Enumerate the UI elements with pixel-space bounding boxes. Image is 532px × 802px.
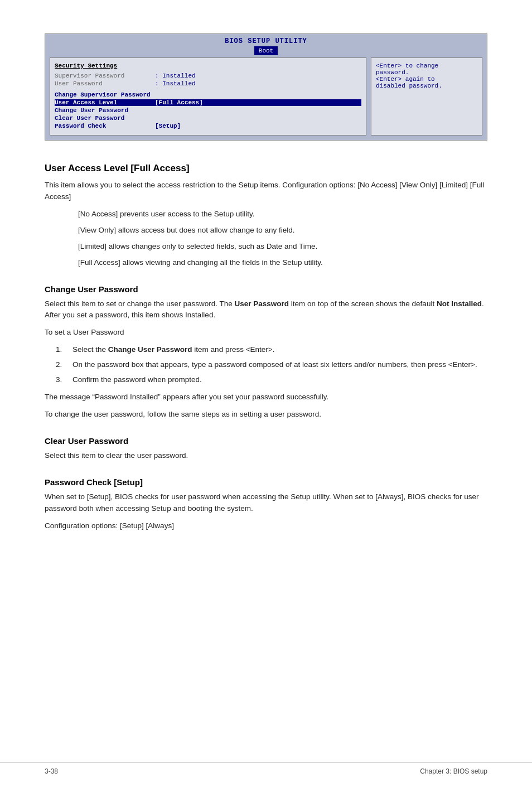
bios-main-panel: Security Settings Supervisor Password : …: [50, 57, 366, 136]
heading-user-access: User Access Level [Full Access]: [45, 163, 487, 174]
user-access-view-only: [View Only] allows access but does not a…: [45, 225, 487, 236]
password-check-para1: When set to [Setup], BIOS checks for use…: [45, 491, 487, 515]
step-3-num: 3.: [45, 374, 72, 386]
bios-sidebar-line1: <Enter> to change: [376, 62, 477, 69]
bios-title: BIOS SETUP UTILITY: [45, 34, 487, 46]
bios-tab-boot[interactable]: Boot: [254, 46, 278, 55]
bios-screenshot: BIOS SETUP UTILITY Boot Security Setting…: [45, 33, 487, 141]
heading-change-user-password: Change User Password: [45, 284, 487, 294]
section-change-user-password: Change User Password Select this item to…: [45, 284, 487, 421]
bios-sidebar-line3: <Enter> again to: [376, 76, 477, 83]
bios-userpass-row: User Password : Installed: [55, 80, 361, 87]
bios-clear-user-label: Clear User Password: [55, 115, 155, 122]
bios-password-check-label: Password Check: [55, 123, 155, 129]
page: BIOS SETUP UTILITY Boot Security Setting…: [0, 0, 532, 802]
step-2: 2. On the password box that appears, typ…: [45, 359, 487, 371]
change-user-pass-after2: To change the user password, follow the …: [45, 409, 487, 421]
password-check-para2: Configuration options: [Setup] [Always]: [45, 520, 487, 532]
bios-tabs: Boot: [45, 46, 487, 57]
user-access-limited: [Limited] allows changes only to selecte…: [45, 241, 487, 253]
change-user-pass-para1: Select this item to set or change the us…: [45, 298, 487, 322]
step-1-text: Select the Change User Password item and…: [72, 344, 487, 356]
step-1: 1. Select the Change User Password item …: [45, 344, 487, 356]
bios-supervisor-row: Supervisor Password : Installed: [55, 73, 361, 79]
clear-user-pass-para: Select this item to clear the user passw…: [45, 450, 487, 462]
step-3-text: Confirm the password when prompted.: [72, 374, 487, 386]
page-footer: 3-38 Chapter 3: BIOS setup: [0, 762, 532, 780]
bios-sidebar: <Enter> to change password. <Enter> agai…: [371, 57, 482, 136]
section-password-check: Password Check [Setup] When set to [Setu…: [45, 477, 487, 532]
bios-change-supervisor-label: Change Supervisor Password: [55, 91, 155, 98]
bios-clear-user-row[interactable]: Clear User Password: [55, 115, 361, 122]
change-user-pass-steps: 1. Select the Change User Password item …: [45, 344, 487, 386]
user-access-full: [Full Access] allows viewing and changin…: [45, 257, 487, 269]
step-3: 3. Confirm the password when prompted.: [45, 374, 487, 386]
section-clear-user-password: Clear User Password Select this item to …: [45, 436, 487, 462]
step-1-num: 1.: [45, 344, 72, 356]
bios-change-supervisor-row[interactable]: Change Supervisor Password: [55, 91, 361, 98]
bios-change-user-label: Change User Password: [55, 107, 155, 114]
bios-userpass-value: : Installed: [155, 80, 196, 87]
change-user-pass-para2: To set a User Password: [45, 327, 487, 339]
step-2-text: On the password box that appears, type a…: [72, 359, 487, 371]
heading-password-check: Password Check [Setup]: [45, 477, 487, 487]
user-access-para1: This item allows you to select the acces…: [45, 180, 487, 203]
bios-body: Security Settings Supervisor Password : …: [45, 57, 487, 140]
change-user-pass-after1: The message “Password Installed” appears…: [45, 392, 487, 403]
bios-user-access-row[interactable]: User Access Level [Full Access]: [55, 99, 361, 106]
bios-userpass-label: User Password: [55, 80, 155, 87]
footer-left: 3-38: [45, 767, 58, 775]
bios-password-check-value: [Setup]: [155, 123, 181, 129]
section-user-access: User Access Level [Full Access] This ite…: [45, 163, 487, 269]
bios-user-access-label: User Access Level: [55, 99, 155, 106]
bios-sidebar-line2: password.: [376, 69, 477, 76]
bios-change-user-row[interactable]: Change User Password: [55, 107, 361, 114]
bios-supervisor-label: Supervisor Password: [55, 73, 155, 79]
user-access-no-access: [No Access] prevents user access to the …: [45, 209, 487, 220]
bios-sidebar-line4: disabled password.: [376, 83, 477, 89]
bios-section-title: Security Settings: [55, 62, 361, 69]
bios-password-check-row[interactable]: Password Check [Setup]: [55, 123, 361, 129]
bios-user-access-value: [Full Access]: [155, 99, 203, 106]
heading-clear-user-password: Clear User Password: [45, 436, 487, 446]
footer-right: Chapter 3: BIOS setup: [420, 767, 487, 775]
bios-supervisor-value: : Installed: [155, 73, 196, 79]
step-2-num: 2.: [45, 359, 72, 371]
